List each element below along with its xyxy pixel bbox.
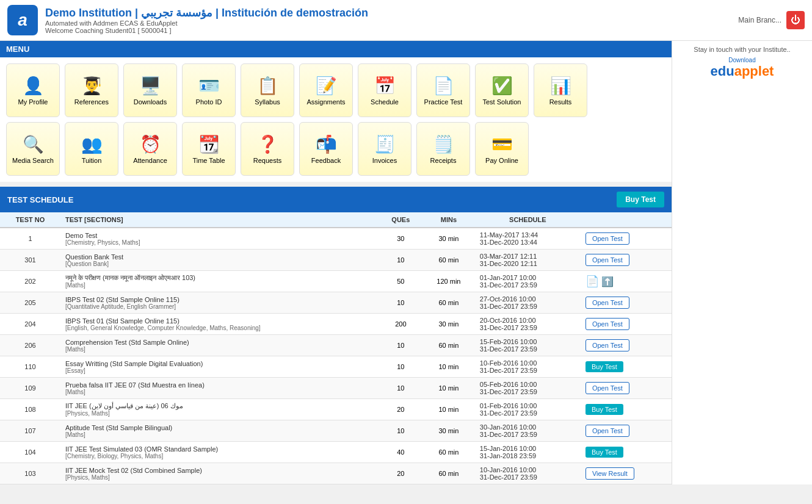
time-table-icon: 📆 bbox=[198, 134, 220, 154]
open-test-button[interactable]: Open Test bbox=[585, 425, 629, 437]
open-test-button[interactable]: Open Test bbox=[585, 254, 629, 266]
branch-label: Main Branc... bbox=[738, 16, 781, 24]
menu-item-time-table[interactable]: 📆Time Table bbox=[182, 122, 236, 176]
left-panel: MENU 👤My Profile👨‍🎓References🖥️Downloads… bbox=[0, 41, 672, 484]
col-test-sections: TEST [SECTIONS] bbox=[60, 212, 379, 228]
test-name: Question Bank Test bbox=[65, 253, 374, 261]
table-row: 205IBPS Test 02 (Std Sample Online 115)[… bbox=[0, 292, 672, 314]
photo-id-label: Photo ID bbox=[196, 98, 222, 106]
test-name: Essay Writting (Std Sample Digital Evalu… bbox=[65, 360, 374, 367]
buy-test-header-button[interactable]: Buy Test bbox=[617, 192, 664, 207]
test-name-cell: IIT JEE Test Simulated 03 (OMR Standard … bbox=[60, 442, 379, 463]
mins-cell: 30 min bbox=[422, 420, 475, 442]
results-label: Results bbox=[549, 98, 572, 106]
table-row: 107Aptitude Test (Std Sample Bilingual)[… bbox=[0, 420, 672, 442]
test-name: IBPS Test 01 (Std Sample Online 115) bbox=[65, 317, 374, 325]
menu-item-receipts[interactable]: 🗒️Receipts bbox=[416, 122, 470, 176]
syllabus-label: Syllabus bbox=[255, 98, 280, 106]
open-test-button[interactable]: Open Test bbox=[585, 339, 629, 351]
action-cell: Buy Test bbox=[581, 356, 672, 378]
menu-row-2: 🔍Media Search👥Tuition⏰Attendance📆Time Ta… bbox=[6, 122, 665, 176]
media-search-icon: 🔍 bbox=[23, 134, 44, 154]
test-sections: [Chemistry, Physics, Maths] bbox=[65, 239, 374, 246]
mins-cell: 60 min bbox=[422, 250, 475, 271]
open-test-button[interactable]: Open Test bbox=[585, 232, 629, 245]
test-name: Aptitude Test (Std Sample Bilingual) bbox=[65, 424, 374, 431]
buy-test-button[interactable]: Buy Test bbox=[585, 361, 623, 372]
open-test-button[interactable]: Open Test bbox=[585, 297, 629, 309]
test-sections: [Essay] bbox=[65, 367, 374, 374]
menu-item-downloads[interactable]: 🖥️Downloads bbox=[123, 63, 177, 117]
schedule-cell: 10-Feb-2016 10:0031-Dec-2017 23:59 bbox=[475, 356, 581, 378]
action-cell: Open Test bbox=[581, 250, 672, 271]
buy-test-button[interactable]: Buy Test bbox=[585, 447, 623, 458]
menu-item-media-search[interactable]: 🔍Media Search bbox=[6, 122, 60, 176]
menu-item-references[interactable]: 👨‍🎓References bbox=[65, 63, 118, 117]
table-row: 110Essay Writting (Std Sample Digital Ev… bbox=[0, 356, 672, 378]
test-sections: [Question Bank] bbox=[65, 261, 374, 267]
ques-cell: 20 bbox=[379, 463, 422, 484]
menu-item-tuition[interactable]: 👥Tuition bbox=[65, 122, 118, 176]
test-name: नमूने के परीक्षण (मानक नमूना ऑनलाइन ओएमआ… bbox=[65, 274, 374, 282]
test-sections: [English, General Knowledge, Computer Kn… bbox=[65, 325, 374, 331]
menu-item-pay-online[interactable]: 💳Pay Online bbox=[475, 122, 529, 176]
test-no-cell: 202 bbox=[0, 271, 60, 292]
test-table: TEST NO TEST [SECTIONS] QUEs MINs SCHEDU… bbox=[0, 212, 672, 484]
menu-item-requests[interactable]: ❓Requests bbox=[241, 122, 294, 176]
attendance-label: Attendance bbox=[133, 157, 167, 164]
menu-item-practice-test[interactable]: 📄Practice Test bbox=[416, 63, 470, 117]
action-cell: Open Test bbox=[581, 378, 672, 399]
action-cell: Open Test bbox=[581, 292, 672, 314]
welcome-text: Welcome Coaching Student01 [ 5000041 ] bbox=[45, 27, 368, 34]
table-row: 301Question Bank Test[Question Bank]1060… bbox=[0, 250, 672, 271]
ques-cell: 10 bbox=[379, 378, 422, 399]
buy-test-button[interactable]: Buy Test bbox=[585, 404, 623, 415]
pdf-download-icon[interactable]: 📄 bbox=[585, 275, 599, 288]
test-no-cell: 103 bbox=[0, 463, 60, 484]
schedule-cell: 03-Mar-2017 12:1131-Dec-2020 12:11 bbox=[475, 250, 581, 271]
ques-cell: 10 bbox=[379, 292, 422, 314]
menu-item-results[interactable]: 📊Results bbox=[534, 63, 587, 117]
menu-item-schedule[interactable]: 📅Schedule bbox=[358, 63, 411, 117]
menu-item-feedback[interactable]: 📬Feedback bbox=[299, 122, 353, 176]
view-result-button[interactable]: View Result bbox=[585, 467, 634, 480]
table-row: 108IIT JEE موك 06 (عينة من قياسي أون لاي… bbox=[0, 399, 672, 420]
action-cell: View Result bbox=[581, 463, 672, 484]
mins-cell: 10 min bbox=[422, 356, 475, 378]
test-schedule-header: TEST SCHEDULE Buy Test bbox=[0, 187, 672, 212]
test-solution-icon: ✅ bbox=[491, 76, 513, 96]
menu-item-syllabus[interactable]: 📋Syllabus bbox=[241, 63, 294, 117]
col-test-no: TEST NO bbox=[0, 212, 60, 228]
menu-label: MENU bbox=[6, 45, 29, 54]
menu-item-photo-id[interactable]: 🪪Photo ID bbox=[182, 63, 236, 117]
menu-item-test-solution[interactable]: ✅Test Solution bbox=[475, 63, 529, 117]
table-row: 206Comprehension Test (Std Sample Online… bbox=[0, 335, 672, 356]
test-name-cell: IBPS Test 01 (Std Sample Online 115)[Eng… bbox=[60, 314, 379, 335]
requests-label: Requests bbox=[253, 157, 281, 164]
power-button[interactable]: ⏻ bbox=[786, 11, 805, 29]
open-test-button[interactable]: Open Test bbox=[585, 318, 629, 330]
menu-item-assignments[interactable]: 📝Assignments bbox=[299, 63, 353, 117]
ques-cell: 10 bbox=[379, 356, 422, 378]
my-profile-icon: 👤 bbox=[23, 76, 44, 96]
test-no-cell: 1 bbox=[0, 228, 60, 250]
receipts-icon: 🗒️ bbox=[433, 134, 454, 154]
test-sections: [Maths] bbox=[65, 282, 374, 289]
ques-cell: 30 bbox=[379, 228, 422, 250]
table-row: 204IBPS Test 01 (Std Sample Online 115)[… bbox=[0, 314, 672, 335]
ques-cell: 200 bbox=[379, 314, 422, 335]
results-icon: 📊 bbox=[550, 76, 571, 96]
test-name: Comprehension Test (Std Sample Online) bbox=[65, 339, 374, 346]
menu-item-attendance[interactable]: ⏰Attendance bbox=[123, 122, 177, 176]
menu-item-invoices[interactable]: 🧾Invoices bbox=[358, 122, 411, 176]
open-test-button[interactable]: Open Test bbox=[585, 382, 629, 394]
menu-row-1: 👤My Profile👨‍🎓References🖥️Downloads🪪Phot… bbox=[6, 63, 665, 117]
upload-icon[interactable]: ⬆️ bbox=[601, 276, 614, 287]
test-name: Demo Test bbox=[65, 232, 374, 239]
schedule-cell: 05-Feb-2016 10:0031-Dec-2017 23:59 bbox=[475, 378, 581, 399]
schedule-cell: 11-May-2017 13:4431-Dec-2020 13:44 bbox=[475, 228, 581, 250]
test-name: IIT JEE موك 06 (عينة من قياسي أون لاين) bbox=[65, 402, 374, 410]
menu-item-my-profile[interactable]: 👤My Profile bbox=[6, 63, 60, 117]
logo-applet: applet bbox=[734, 63, 774, 79]
ques-cell: 10 bbox=[379, 250, 422, 271]
